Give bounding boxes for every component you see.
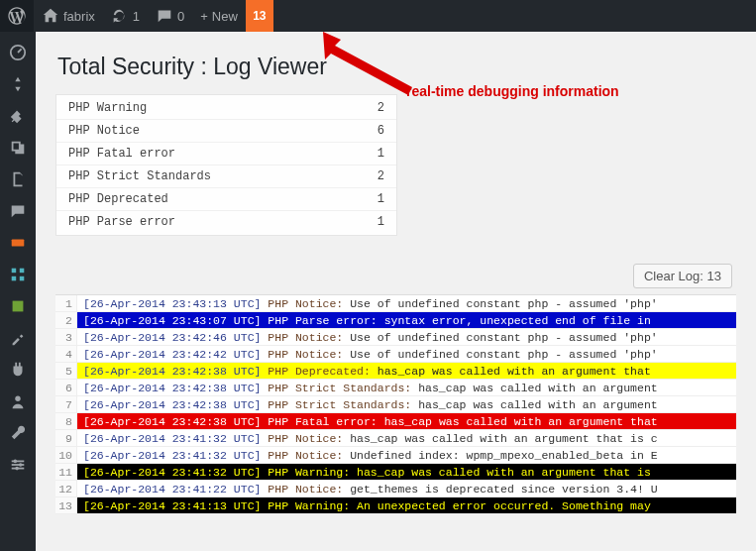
log-timestamp: [26-Apr-2014 23:41:13 UTC] — [83, 499, 261, 512]
tools-icon[interactable] — [1, 418, 35, 448]
log-line-text: [26-Apr-2014 23:41:22 UTC] PHP Notice: g… — [77, 481, 736, 496]
summary-row: PHP Notice6 — [56, 120, 396, 143]
log-row: 6[26-Apr-2014 23:42:38 UTC] PHP Strict S… — [55, 380, 736, 396]
log-timestamp: [26-Apr-2014 23:42:38 UTC] — [83, 415, 261, 428]
log-line-text: [26-Apr-2014 23:42:42 UTC] PHP Notice: U… — [77, 346, 736, 362]
pages-icon[interactable] — [1, 165, 35, 194]
wp-logo[interactable] — [0, 0, 34, 32]
log-timestamp: [26-Apr-2014 23:42:38 UTC] — [83, 382, 261, 394]
log-level: PHP Notice: — [261, 449, 343, 462]
wordpress-icon — [8, 7, 26, 25]
alert-count-badge[interactable]: 13 — [246, 0, 273, 32]
log-row: 4[26-Apr-2014 23:42:42 UTC] PHP Notice: … — [55, 346, 736, 363]
summary-label: PHP Warning — [68, 101, 361, 115]
log-line-text: [26-Apr-2014 23:41:32 UTC] PHP Warning: … — [77, 464, 736, 480]
log-message: has_cap was called with an argument that… — [343, 432, 657, 445]
main-content: Total Security : Log Viewer PHP Warning2… — [36, 32, 756, 551]
appearance-icon[interactable] — [1, 323, 35, 353]
log-level: PHP Notice: — [261, 297, 343, 310]
log-line-number: 11 — [55, 464, 77, 480]
log-line-number: 2 — [55, 312, 77, 328]
log-message: has_cap was called with an argument — [411, 398, 657, 411]
dashboard-icon[interactable] — [1, 38, 35, 67]
new-content[interactable]: + New — [192, 0, 246, 32]
plugins-icon[interactable] — [1, 355, 35, 385]
log-message: Undefined index: wpmp_mpexo_enabled_beta… — [343, 449, 657, 462]
svg-point-12 — [19, 463, 23, 467]
log-message: has_cap was called with an argument that… — [350, 466, 651, 479]
log-row: 11[26-Apr-2014 23:41:32 UTC] PHP Warning… — [55, 464, 736, 481]
log-row: 10[26-Apr-2014 23:41:32 UTC] PHP Notice:… — [55, 447, 736, 464]
log-line-number: 9 — [55, 430, 77, 446]
log-level: PHP Deprecated: — [261, 365, 370, 378]
log-line-text: [26-Apr-2014 23:42:46 UTC] PHP Notice: U… — [77, 329, 736, 345]
users-icon[interactable] — [1, 386, 35, 416]
summary-count: 1 — [361, 192, 384, 206]
log-row: 1[26-Apr-2014 23:43:13 UTC] PHP Notice: … — [55, 295, 736, 312]
pin-icon[interactable] — [1, 101, 35, 131]
log-line-text: [26-Apr-2014 23:42:38 UTC] PHP Deprecate… — [77, 363, 736, 379]
square-icon[interactable] — [1, 291, 35, 321]
log-line-number: 7 — [55, 396, 77, 412]
refresh-count: 1 — [133, 9, 140, 24]
svg-rect-3 — [20, 269, 25, 274]
summary-label: PHP Notice — [68, 124, 361, 138]
alert-count: 13 — [253, 9, 266, 23]
log-message: Use of undefined constant php - assumed … — [343, 297, 657, 310]
log-row: 2[26-Apr-2014 23:43:07 UTC] PHP Parse er… — [55, 312, 736, 329]
plus-icon: + — [200, 9, 208, 24]
settings-icon[interactable] — [1, 450, 35, 480]
updates-icon[interactable] — [1, 69, 35, 99]
summary-count: 2 — [361, 169, 384, 183]
summary-row: PHP Parse error1 — [56, 211, 396, 233]
site-name-label: fabrix — [63, 9, 95, 24]
log-level: PHP Notice: — [261, 331, 343, 344]
summary-row: PHP Deprecated1 — [56, 188, 396, 211]
summary-row: PHP Strict Standards2 — [56, 165, 396, 188]
log-line-text: [26-Apr-2014 23:43:13 UTC] PHP Notice: U… — [77, 295, 736, 311]
log-list: 1[26-Apr-2014 23:43:13 UTC] PHP Notice: … — [55, 294, 736, 514]
refresh-icon — [111, 7, 129, 25]
log-line-text: [26-Apr-2014 23:42:38 UTC] PHP Strict St… — [77, 380, 736, 395]
media-icon[interactable] — [1, 133, 35, 163]
comments-icon[interactable] — [1, 196, 35, 226]
log-timestamp: [26-Apr-2014 23:42:46 UTC] — [83, 331, 261, 344]
log-line-number: 6 — [55, 380, 77, 395]
new-label: New — [212, 9, 238, 24]
admin-sidebar — [0, 32, 36, 551]
summary-count: 2 — [361, 101, 384, 115]
clear-log-button[interactable]: Clear Log: 13 — [633, 264, 732, 288]
comments[interactable]: 0 — [148, 0, 192, 32]
log-row: 5[26-Apr-2014 23:42:38 UTC] PHP Deprecat… — [55, 363, 736, 380]
svg-point-11 — [14, 460, 18, 464]
summary-count: 1 — [361, 147, 384, 161]
log-level: PHP Warning: — [261, 499, 350, 512]
log-line-number: 13 — [55, 497, 77, 513]
log-timestamp: [26-Apr-2014 23:41:32 UTC] — [83, 466, 261, 479]
refresh[interactable]: 1 — [103, 0, 148, 32]
log-level: PHP Warning: — [261, 466, 350, 479]
log-line-number: 10 — [55, 447, 77, 463]
log-line-text: [26-Apr-2014 23:41:32 UTC] PHP Notice: h… — [77, 430, 736, 446]
summary-count: 6 — [361, 124, 384, 138]
summary-table: PHP Warning2PHP Notice6PHP Fatal error1P… — [55, 94, 397, 236]
log-row: 8[26-Apr-2014 23:42:38 UTC] PHP Fatal er… — [55, 413, 736, 430]
log-line-text: [26-Apr-2014 23:42:38 UTC] PHP Fatal err… — [77, 413, 736, 429]
grid-icon[interactable] — [1, 260, 35, 289]
warn-icon[interactable] — [1, 228, 35, 258]
log-timestamp: [26-Apr-2014 23:42:42 UTC] — [83, 348, 261, 361]
log-level: PHP Parse error: — [261, 314, 377, 327]
log-message: get_themes is deprecated since version 3… — [343, 483, 657, 496]
page-title: Total Security : Log Viewer — [57, 54, 736, 80]
svg-rect-2 — [12, 269, 17, 274]
svg-rect-4 — [12, 276, 17, 281]
summary-count: 1 — [361, 215, 384, 229]
log-message: Use of undefined constant php - assumed … — [343, 348, 657, 361]
site-name[interactable]: fabrix — [34, 0, 103, 32]
summary-label: PHP Strict Standards — [68, 169, 361, 183]
log-message: syntax error, unexpected end of file in — [378, 314, 651, 327]
log-row: 13[26-Apr-2014 23:41:13 UTC] PHP Warning… — [55, 497, 736, 514]
log-message: Use of undefined constant php - assumed … — [343, 331, 657, 344]
log-line-text: [26-Apr-2014 23:42:38 UTC] PHP Strict St… — [77, 396, 736, 412]
log-message: has_cap was called with an argument — [411, 382, 657, 394]
